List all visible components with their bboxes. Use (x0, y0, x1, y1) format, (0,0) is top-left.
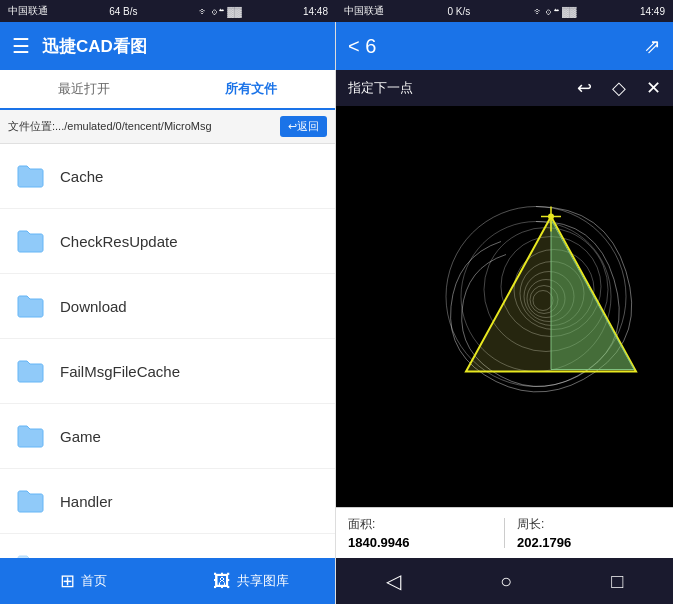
perimeter-label: 周长: (517, 516, 661, 533)
file-name: CheckResUpdate (60, 233, 178, 250)
bottom-nav-right: ◁ ○ □ (336, 558, 673, 604)
folder-icon (12, 483, 48, 519)
folder-icon (12, 418, 48, 454)
right-header: < 6 ⇗ (336, 22, 673, 70)
cad-toolbar: 指定下一点 ↩ ◇ ✕ (336, 70, 673, 106)
status-bar-right: 中国联通 0 K/s ᯤ ⊙ ☁ ▓▓ 14:49 (336, 0, 673, 22)
right-carrier: 中国联通 (344, 4, 384, 18)
home-nav-button[interactable]: ○ (484, 562, 528, 601)
eraser-tool[interactable]: ◇ (612, 77, 626, 99)
svg-point-14 (548, 214, 554, 220)
file-path-bar: 文件位置:.../emulated/0/tencent/MicroMsg ↩返回 (0, 110, 335, 144)
home-button[interactable]: ⊞ 首页 (0, 558, 168, 604)
list-item[interactable]: Handler (0, 469, 335, 534)
left-panel: ☰ 迅捷CAD看图 最近打开 所有文件 文件位置:.../emulated/0/… (0, 22, 336, 604)
gallery-label: 共享图库 (237, 572, 289, 590)
list-item[interactable]: FailMsgFileCache (0, 339, 335, 404)
share-icon[interactable]: ⇗ (644, 34, 661, 58)
folder-icon (12, 288, 48, 324)
back-arrow-icon: < 6 (348, 35, 376, 58)
list-item[interactable] (0, 534, 335, 558)
right-speed: 0 K/s (447, 6, 470, 17)
undo-tool[interactable]: ↩ (577, 77, 592, 99)
status-bar-left: 中国联通 64 B/s ᯤ ⊙ ☁ ▓▓ 14:48 (0, 0, 336, 22)
recents-nav-button[interactable]: □ (595, 562, 639, 601)
area-value: 1840.9946 (348, 535, 492, 550)
left-header: ☰ 迅捷CAD看图 (0, 22, 335, 70)
back-nav-button[interactable]: ◁ (370, 561, 417, 601)
status-bars: 中国联通 64 B/s ᯤ ⊙ ☁ ▓▓ 14:48 中国联通 0 K/s ᯤ … (0, 0, 673, 22)
tab-bar: 最近打开 所有文件 (0, 70, 335, 110)
right-time: 14:49 (640, 6, 665, 17)
file-name: Game (60, 428, 101, 445)
perimeter-info: 周长: 202.1796 (517, 516, 661, 550)
cad-tools: ↩ ◇ ✕ (577, 77, 661, 99)
left-carrier: 中国联通 (8, 4, 48, 18)
home-icon: ⊞ (60, 570, 75, 592)
main-content: ☰ 迅捷CAD看图 最近打开 所有文件 文件位置:.../emulated/0/… (0, 22, 673, 604)
list-item[interactable]: Cache (0, 144, 335, 209)
folder-icon (12, 353, 48, 389)
file-name: Cache (60, 168, 103, 185)
shared-gallery-button[interactable]: 🖼 共享图库 (168, 558, 336, 604)
right-header-actions: ⇗ (644, 34, 661, 58)
cad-canvas (336, 106, 673, 507)
list-item[interactable]: CheckResUpdate (0, 209, 335, 274)
file-name: Download (60, 298, 127, 315)
close-tool[interactable]: ✕ (646, 77, 661, 99)
right-panel: < 6 ⇗ 指定下一点 ↩ ◇ ✕ (336, 22, 673, 604)
back-arrow-button[interactable]: < 6 (348, 35, 376, 58)
folder-icon (12, 223, 48, 259)
info-panel: 面积: 1840.9946 周长: 202.1796 (336, 507, 673, 558)
left-time: 14:48 (303, 6, 328, 17)
svg-marker-11 (551, 220, 634, 370)
info-divider (504, 518, 505, 548)
file-list: Cache CheckResUpdate Download (0, 144, 335, 558)
tab-all-files[interactable]: 所有文件 (168, 70, 336, 110)
area-info: 面积: 1840.9946 (348, 516, 492, 550)
cad-instruction: 指定下一点 (348, 79, 413, 97)
file-name: Handler (60, 493, 113, 510)
list-item[interactable]: Game (0, 404, 335, 469)
hamburger-icon[interactable]: ☰ (12, 34, 30, 58)
app-title: 迅捷CAD看图 (42, 35, 147, 58)
right-icons: ᯤ ⊙ ☁ ▓▓ (534, 6, 577, 17)
left-speed: 64 B/s (109, 6, 137, 17)
perimeter-value: 202.1796 (517, 535, 661, 550)
left-icons: ᯤ ⊙ ☁ ▓▓ (199, 6, 242, 17)
tab-recent[interactable]: 最近打开 (0, 70, 168, 110)
gallery-icon: 🖼 (213, 571, 231, 592)
folder-icon (12, 158, 48, 194)
cad-drawing (336, 106, 673, 507)
back-button[interactable]: ↩返回 (280, 116, 327, 137)
home-label: 首页 (81, 572, 107, 590)
file-path-text: 文件位置:.../emulated/0/tencent/MicroMsg (8, 119, 274, 134)
bottom-nav-left: ⊞ 首页 🖼 共享图库 (0, 558, 335, 604)
list-item[interactable]: Download (0, 274, 335, 339)
folder-icon (12, 548, 48, 558)
area-label: 面积: (348, 516, 492, 533)
file-name: FailMsgFileCache (60, 363, 180, 380)
